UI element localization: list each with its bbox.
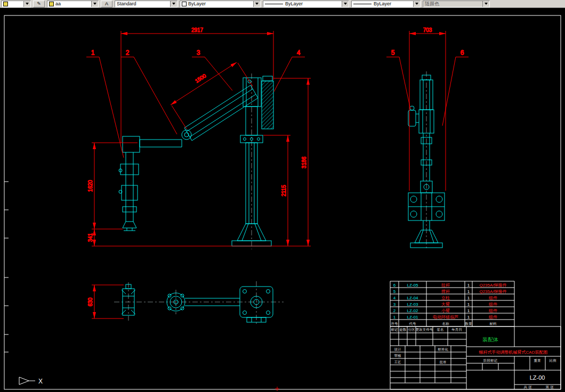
label-change-doc: 更改文件号 <box>416 328 433 332</box>
layer-status-icon <box>3 2 8 6</box>
balloons-layer: 1 2 3 4 5 6 <box>86 49 469 158</box>
dim-text: 2917 <box>191 27 204 33</box>
svg-text:小臂: 小臂 <box>441 308 450 313</box>
chevron-down-icon <box>255 3 259 5</box>
svg-text:LZ-01: LZ-01 <box>407 315 418 320</box>
chevron-down-icon <box>172 3 175 5</box>
color-combo-arrow[interactable] <box>253 1 260 7</box>
svg-text:电动环链葫芦: 电动环链葫芦 <box>433 315 458 320</box>
view-combo-arrow[interactable] <box>23 1 30 7</box>
text-style-combo-arrow[interactable] <box>170 1 177 7</box>
svg-text:LZ-03: LZ-03 <box>407 302 418 307</box>
balloon-1: 1 <box>91 49 95 56</box>
plot-mark <box>275 387 279 391</box>
layer-combo-arrow[interactable] <box>91 1 98 7</box>
svg-text:Q235A/焊接件: Q235A/焊接件 <box>479 283 506 288</box>
parts-header-code: 代号 <box>409 322 417 325</box>
drawing-number: LZ-00 <box>530 374 545 381</box>
label-mark: 标记 <box>391 328 399 332</box>
dim-text: 1620 <box>87 179 93 192</box>
svg-text:3: 3 <box>393 302 396 307</box>
dim-3186: 3186 <box>92 78 311 246</box>
label-page: 第 张 <box>546 385 554 389</box>
chevron-down-icon <box>93 3 96 5</box>
lineweight-sample-icon <box>353 4 372 4</box>
chevron-down-icon <box>26 3 29 5</box>
table-row: 4 LZ-04 立柱 1 组件 <box>393 296 497 300</box>
sheet-frame <box>4 15 561 389</box>
view-combo[interactable] <box>1 1 31 7</box>
plotstyle-combo: 随颜色 <box>423 1 490 7</box>
dim-703: 703 <box>409 27 446 191</box>
dim-2115: 2115 <box>263 135 290 246</box>
svg-text:撑杆: 撑杆 <box>441 289 450 294</box>
svg-text:2: 2 <box>393 308 396 313</box>
svg-text:1: 1 <box>467 296 470 300</box>
text-style-combo[interactable]: Standard <box>115 1 177 7</box>
text-style-combo-value: Standard <box>117 1 136 6</box>
color-swatch-icon <box>182 2 187 6</box>
dim-2917: 2917 <box>121 27 273 143</box>
svg-text:拉杆: 拉杆 <box>441 283 450 288</box>
table-row: 1 LZ-01 电动环链葫芦 1 组件 <box>393 315 497 320</box>
linetype-sample-icon <box>265 4 283 4</box>
svg-text:1: 1 <box>467 283 470 288</box>
lineweight-combo-arrow[interactable] <box>413 1 420 7</box>
svg-text:1: 1 <box>467 315 470 320</box>
svg-text:组件: 组件 <box>488 302 497 307</box>
svg-text:1: 1 <box>467 302 470 307</box>
svg-text:LZ-05: LZ-05 <box>407 283 418 288</box>
layer-combo[interactable]: aa <box>47 1 99 7</box>
svg-text:4: 4 <box>393 296 396 300</box>
plotstyle-combo-value: 随颜色 <box>425 1 439 7</box>
parts-header-material: 材料 <box>489 322 497 326</box>
label-standard: 标准化 <box>437 347 448 352</box>
svg-text:5: 5 <box>393 289 396 294</box>
label-count: 处数 <box>400 328 407 332</box>
color-combo-value: ByLayer <box>188 1 206 6</box>
balloon-2: 2 <box>126 49 130 56</box>
linetype-combo-value: ByLayer <box>285 1 303 6</box>
svg-text:Q235A/焊接件: Q235A/焊接件 <box>479 289 506 294</box>
make-object-layer-current-button[interactable]: ✎ <box>33 1 45 7</box>
parts-header-qty: 数量 <box>465 322 473 325</box>
label-weight: 重量 <box>534 358 542 362</box>
svg-text:1: 1 <box>467 289 470 294</box>
svg-text:6: 6 <box>393 283 396 288</box>
svg-text:组件: 组件 <box>488 315 497 320</box>
svg-text:组件: 组件 <box>488 296 497 300</box>
svg-text:1: 1 <box>393 315 396 320</box>
label-process: 工艺 <box>394 360 402 364</box>
label-check: 审核 <box>394 354 402 357</box>
svg-text:LZ-02: LZ-02 <box>407 308 418 313</box>
svg-text:立柱: 立柱 <box>441 296 450 300</box>
color-combo[interactable]: ByLayer <box>180 1 261 7</box>
dim-text: 630 <box>87 297 93 306</box>
ucs-icon: X <box>19 377 43 385</box>
plan-view <box>122 284 273 322</box>
table-row: 5 撑杆 1 Q235A/焊接件 <box>393 289 507 294</box>
pencil-icon: ✎ <box>37 1 41 6</box>
lineweight-combo[interactable]: ByLayer <box>351 1 421 7</box>
chevron-down-icon <box>415 3 418 5</box>
lineweight-combo-value: ByLayer <box>374 1 391 6</box>
balloon-3: 3 <box>197 49 200 56</box>
drawing-title: 螺杆式手动调整机械臂式CAD装配图 <box>479 349 548 355</box>
text-style-button[interactable]: A <box>101 1 112 7</box>
balloon-4: 4 <box>297 49 301 56</box>
drawing-canvas[interactable]: 2917 1500 703 3186 2115 1620 <box>0 0 565 392</box>
label-stage-mark: 阶段标记 <box>483 358 498 363</box>
svg-text:组件: 组件 <box>488 308 497 313</box>
dim-text: 2115 <box>281 185 287 197</box>
table-row: 3 LZ-03 大臂 1 组件 <box>393 301 497 307</box>
label-zone: 分区 <box>408 328 416 331</box>
linetype-combo-arrow[interactable] <box>342 1 349 7</box>
plotstyle-combo-arrow <box>482 1 489 7</box>
linetype-combo[interactable]: ByLayer <box>263 1 349 7</box>
chevron-down-icon <box>485 3 488 5</box>
main-view <box>119 76 273 246</box>
layer-bulb-icon <box>49 2 54 6</box>
balloon-6: 6 <box>461 49 464 56</box>
dim-1620: 1620 <box>87 143 138 229</box>
label-sign: 签名 <box>437 328 444 332</box>
